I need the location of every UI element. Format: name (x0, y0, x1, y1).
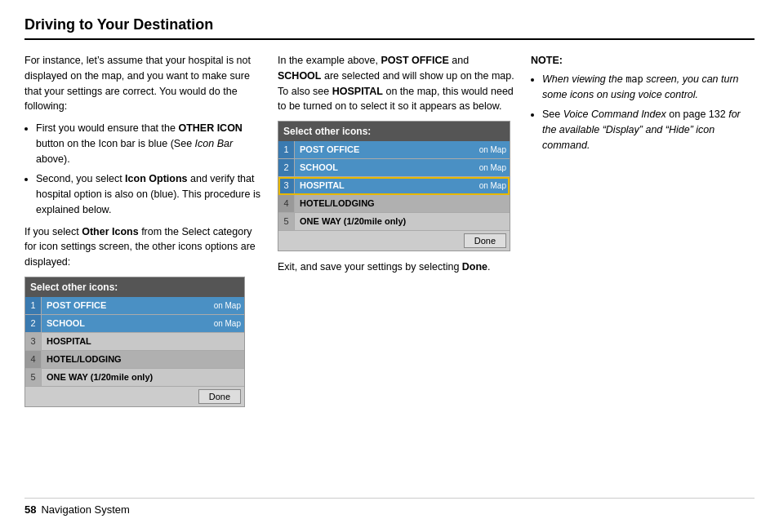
panel2-row-5: 5 ONE WAY (1/20mile only) (278, 213, 510, 231)
panel1-row5-num: 5 (25, 369, 42, 386)
bullet2-bold: Icon Options (125, 173, 187, 184)
middle-intro: In the example above, POST OFFICE and SC… (278, 53, 514, 114)
panel2-row5-badge (503, 221, 510, 223)
panel1-row3-badge (238, 340, 244, 342)
panel2-row3-badge: on Map (476, 179, 510, 193)
bullet1-prefix: First you would ensure that the (36, 122, 178, 134)
exit-bold: Done (462, 261, 487, 273)
middle-intro-mid: and (449, 55, 469, 66)
other-icons-prefix: If you select (24, 226, 82, 237)
page-container: Driving to Your Destination For instance… (0, 0, 779, 532)
content-area: For instance, let’s assume that your hos… (24, 53, 755, 498)
panel2-row3-num: 3 (278, 177, 295, 194)
bullet1-italic: Icon Bar (195, 138, 234, 149)
panel2-row1-num: 1 (278, 141, 295, 158)
note-bullets: When viewing the map screen, you can tur… (542, 72, 755, 153)
panel2-row4-badge (503, 203, 510, 205)
panel1: Select other icons: 1 POST OFFICE on Map… (24, 277, 245, 407)
panel1-row4-badge (238, 358, 244, 360)
note-bullet2-prefix: See (542, 109, 563, 120)
note-bullet1-italic1: When viewing the (542, 73, 625, 85)
panel1-row1-num: 1 (25, 297, 42, 314)
panel2-row5-num: 5 (278, 213, 295, 230)
right-column: NOTE: When viewing the map screen, you c… (531, 53, 755, 498)
panel1-row2-badge: on Map (211, 317, 244, 330)
panel1-row-5: 5 ONE WAY (1/20mile only) (25, 369, 244, 387)
panel1-row2-label: SCHOOL (42, 315, 211, 332)
note-bullet-1: When viewing the map screen, you can tur… (542, 72, 755, 103)
panel2-row-3: 3 HOSPITAL on Map (278, 177, 510, 195)
note-title: NOTE: (531, 53, 755, 69)
panel2-header: Select other icons: (278, 122, 510, 141)
panel1-footer: Done (25, 387, 244, 406)
left-bullet-1: First you would ensure that the OTHER IC… (36, 121, 261, 166)
middle-intro-prefix: In the example above, (278, 55, 381, 66)
panel2-row5-label: ONE WAY (1/20mile only) (295, 213, 503, 230)
middle-intro-bold1: POST OFFICE (381, 55, 448, 66)
page-title: Driving to Your Destination (24, 16, 755, 40)
exit-end: . (487, 261, 490, 273)
panel2-row3-label: HOSPITAL (295, 177, 476, 194)
panel2-row-4: 4 HOTEL/LODGING (278, 195, 510, 213)
middle-exit: Exit, and save your settings by selectin… (278, 259, 514, 275)
panel1-row-2: 2 SCHOOL on Map (25, 315, 244, 333)
left-intro: For instance, let’s assume that your hos… (24, 53, 261, 114)
panel1-row3-num: 3 (25, 333, 42, 350)
bullet1-bold: OTHER ICON (178, 122, 242, 134)
panel2-row4-num: 4 (278, 195, 295, 212)
note-bullet2-mid: on page 132 (666, 109, 728, 120)
note-bullet1-code: map (625, 73, 643, 85)
panel1-row-1: 1 POST OFFICE on Map (25, 297, 244, 315)
other-icons-bold: Other Icons (82, 226, 138, 237)
panel2-row2-label: SCHOOL (295, 159, 476, 176)
footer-page-number: 58 (24, 503, 36, 516)
panel2-row4-label: HOTEL/LODGING (295, 195, 503, 212)
bullet2-prefix: Second, you select (36, 173, 125, 184)
middle-intro-bold3: HOSPITAL (332, 86, 383, 97)
bullet1-end: above). (36, 153, 70, 165)
panel1-row-4: 4 HOTEL/LODGING (25, 351, 244, 369)
panel2-done-button[interactable]: Done (464, 233, 506, 248)
panel1-row3-label: HOSPITAL (42, 333, 238, 350)
exit-prefix: Exit, and save your settings by selectin… (278, 261, 462, 273)
footer-nav-system-text: Navigation System (41, 503, 129, 516)
panel2-row2-num: 2 (278, 159, 295, 176)
other-icons-para: If you select Other Icons from the Selec… (24, 224, 261, 270)
left-bullet-2: Second, you select Icon Options and veri… (36, 171, 261, 217)
panel1-row5-label: ONE WAY (1/20mile only) (42, 369, 238, 386)
panel1-done-button[interactable]: Done (198, 389, 241, 404)
left-column: For instance, let’s assume that your hos… (24, 53, 278, 498)
panel2-footer: Done (278, 231, 510, 250)
panel2-row2-badge: on Map (476, 161, 510, 175)
panel1-row4-label: HOTEL/LODGING (42, 351, 238, 368)
panel1-header: Select other icons: (25, 277, 244, 297)
left-bullets: First you would ensure that the OTHER IC… (36, 121, 261, 218)
panel2-row-1: 1 POST OFFICE on Map (278, 141, 510, 159)
note-bullet-2: See Voice Command Index on page 132 for … (542, 107, 755, 153)
panel2: Select other icons: 1 POST OFFICE on Map… (278, 121, 510, 251)
panel1-row1-badge: on Map (211, 299, 244, 313)
panel2-row1-badge: on Map (476, 143, 510, 157)
panel2-row1-label: POST OFFICE (295, 141, 476, 158)
panel1-row5-badge (238, 376, 244, 378)
panel1-row-3: 3 HOSPITAL (25, 333, 244, 351)
bullet1-suffix: button on the Icon bar is blue (See (36, 138, 195, 149)
middle-intro-bold2: SCHOOL (278, 70, 321, 82)
panel1-row1-label: POST OFFICE (42, 297, 211, 314)
footer-bar: 58 Navigation System (24, 498, 755, 516)
middle-column: In the example above, POST OFFICE and SC… (278, 53, 531, 498)
note-bullet2-italic: Voice Command Index (563, 109, 666, 120)
panel1-row4-num: 4 (25, 351, 42, 368)
panel1-row2-num: 2 (25, 315, 42, 332)
panel2-row-2: 2 SCHOOL on Map (278, 159, 510, 177)
